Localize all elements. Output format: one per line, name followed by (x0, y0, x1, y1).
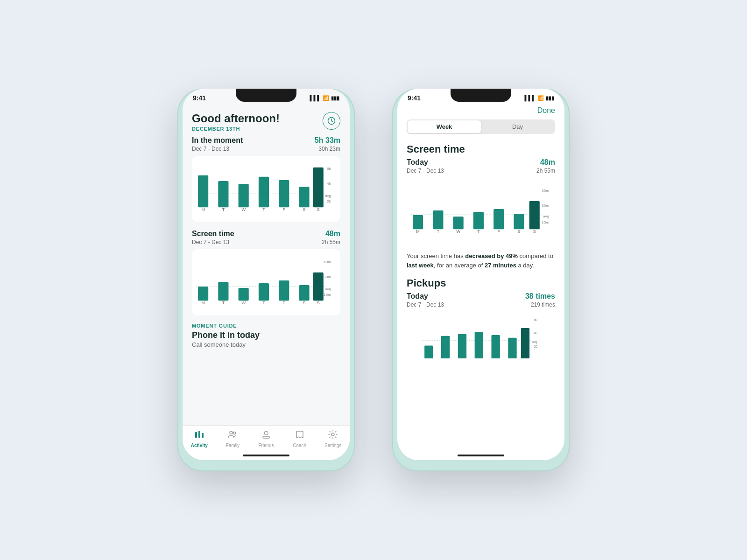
family-icon (227, 429, 238, 442)
svg-text:30m: 30m (542, 203, 549, 208)
notch-right (451, 89, 511, 102)
svg-text:20: 20 (534, 345, 537, 348)
svg-text:avg: avg (543, 214, 549, 218)
svg-rect-76 (508, 338, 516, 358)
done-button[interactable]: Done (537, 106, 555, 115)
svg-rect-39 (195, 432, 197, 438)
svg-rect-55 (473, 212, 484, 229)
svg-text:80: 80 (534, 318, 537, 322)
svg-rect-54 (453, 217, 464, 229)
svg-text:M: M (416, 229, 420, 234)
svg-text:2h: 2h (327, 199, 331, 203)
signal-icon: ▌▌▌ (310, 95, 321, 101)
segment-control[interactable]: Week Day (407, 119, 555, 134)
time-right: 9:41 (408, 94, 421, 102)
settings-label: Settings (324, 443, 341, 448)
detail-scroll[interactable]: Screen time Today 48m Dec 7 - Dec 13 2h … (397, 139, 564, 451)
svg-rect-8 (239, 184, 249, 207)
svg-text:F: F (497, 229, 500, 234)
svg-rect-27 (239, 288, 249, 301)
svg-text:60m: 60m (324, 260, 331, 264)
detail-screen-title: Screen time (407, 143, 555, 155)
coach-label: Coach (293, 443, 306, 448)
svg-rect-56 (493, 209, 504, 229)
svg-text:T: T (477, 229, 480, 234)
greeting-date: DECEMBER 13TH (192, 126, 280, 132)
svg-point-44 (264, 431, 268, 435)
svg-text:T: T (222, 207, 225, 212)
svg-rect-58 (529, 201, 540, 229)
home-indicator-right (397, 451, 564, 460)
clock-button[interactable] (323, 112, 340, 130)
svg-text:W: W (241, 301, 246, 305)
moment-chart: 6h 4h avg 2h M T W (192, 156, 340, 222)
detail-screen-chart: 60m 30m avg 15m M T W T F (407, 178, 555, 244)
screen-meta: Dec 7 - Dec 13 2h 55m (192, 239, 340, 245)
svg-rect-28 (259, 283, 269, 301)
svg-text:avg: avg (532, 340, 537, 344)
svg-text:M: M (201, 301, 205, 305)
tab-family[interactable]: Family (216, 429, 250, 448)
svg-text:S: S (533, 229, 536, 234)
time-left: 9:41 (193, 94, 206, 102)
tab-settings[interactable]: Settings (316, 429, 350, 448)
friends-icon (261, 429, 271, 442)
pickups-today-value: 38 times (525, 292, 555, 301)
svg-rect-31 (313, 273, 324, 301)
moment-today-value: 5h 33m (315, 136, 340, 145)
svg-text:T: T (437, 229, 440, 234)
moment-meta: Dec 7 - Dec 13 30h 23m (192, 146, 340, 152)
left-scroll-content[interactable]: Good afternoon! DECEMBER 13TH In the mom… (183, 105, 350, 425)
svg-rect-41 (202, 433, 204, 438)
tab-friends[interactable]: Friends (249, 429, 283, 448)
svg-rect-30 (299, 285, 309, 301)
screen-chart: 60m 30m avg 15m M T W T F (192, 249, 340, 315)
phone-left: 9:41 ▌▌▌ 📶 ▮▮▮ Good afternoon! DECEMBER … (177, 89, 355, 471)
svg-rect-10 (279, 180, 289, 207)
svg-rect-29 (279, 280, 289, 301)
svg-rect-45 (263, 436, 269, 438)
svg-rect-53 (433, 210, 443, 229)
detail-screen-today: 48m (540, 158, 555, 167)
svg-rect-52 (413, 215, 423, 229)
svg-rect-12 (313, 168, 324, 208)
svg-point-42 (230, 431, 233, 434)
notch-left (236, 89, 296, 102)
screen-title: Screen time (192, 230, 234, 238)
svg-text:W: W (241, 207, 246, 212)
svg-text:4h: 4h (327, 182, 331, 186)
detail-screen-header: Today 48m (407, 158, 555, 167)
svg-text:W: W (456, 229, 460, 234)
tab-coach[interactable]: Coach (283, 429, 317, 448)
svg-rect-11 (299, 187, 309, 207)
pickups-range: Dec 7 - Dec 13 (407, 301, 444, 308)
svg-rect-75 (492, 335, 500, 358)
svg-rect-25 (198, 287, 208, 301)
greeting-title: Good afternoon! (192, 112, 280, 125)
pickups-week-value: 219 times (531, 301, 555, 308)
screen-chart-svg: 60m 30m avg 15m M T W T F (196, 254, 337, 310)
segment-day[interactable]: Day (481, 120, 554, 133)
svg-text:40: 40 (534, 331, 537, 335)
detail-screen-meta: Dec 7 - Dec 13 2h 55m (407, 168, 555, 174)
svg-text:avg: avg (325, 287, 331, 291)
wifi-icon: 📶 (323, 95, 329, 101)
tab-bar-left: Activity Family (183, 425, 350, 451)
moment-guide-title: Phone it in today (192, 330, 340, 340)
svg-text:30m: 30m (324, 275, 331, 279)
family-label: Family (226, 443, 240, 448)
svg-text:T: T (262, 301, 265, 305)
svg-text:T: T (262, 207, 265, 212)
signal-icon-r: ▌▌▌ (525, 95, 536, 101)
wifi-icon-r: 📶 (537, 95, 544, 101)
pickups-chart-svg: 80 40 avg 20 (410, 316, 551, 358)
screen-insight: Your screen time has decreased by 49% co… (407, 252, 555, 270)
pickups-chart: 80 40 avg 20 (407, 312, 555, 358)
svg-text:S: S (303, 301, 306, 305)
segment-week[interactable]: Week (408, 120, 481, 133)
svg-rect-72 (441, 336, 450, 358)
moment-section-header: In the moment 5h 33m (192, 136, 340, 145)
svg-text:6h: 6h (327, 167, 331, 171)
svg-text:15m: 15m (324, 293, 331, 297)
tab-activity[interactable]: Activity (183, 429, 216, 448)
